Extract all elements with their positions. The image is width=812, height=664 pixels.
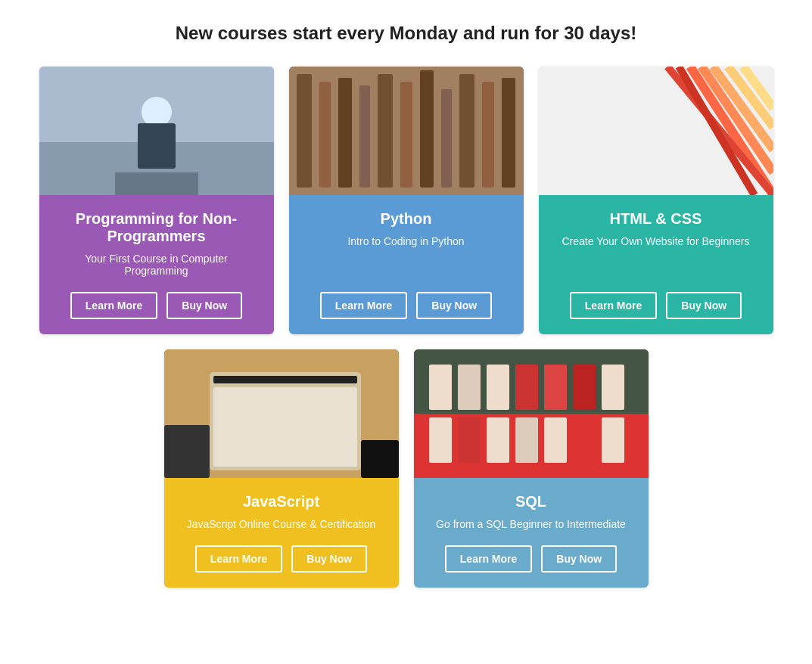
card-sql-body: SQL Go from a SQL Beginner to Intermedia…	[414, 478, 649, 588]
card-programming-buttons: Learn More Buy Now	[70, 292, 242, 319]
card-html-css-subtitle: Create Your Own Website for Beginners	[562, 235, 750, 277]
page-title: New courses start every Monday and run f…	[15, 23, 797, 44]
card-sql-subtitle: Go from a SQL Beginner to Intermediate	[436, 518, 626, 530]
card-programming: Programming for Non-Programmers Your Fir…	[39, 67, 274, 334]
card-python: Python Intro to Coding in Python Learn M…	[289, 67, 524, 334]
card-python-body: Python Intro to Coding in Python Learn M…	[289, 195, 524, 334]
card-programming-title: Programming for Non-Programmers	[54, 210, 259, 245]
card-html-css-buttons: Learn More Buy Now	[570, 292, 742, 319]
card-javascript-body: JavaScript JavaScript Online Course & Ce…	[164, 478, 399, 588]
card-python-image	[289, 67, 524, 195]
card-javascript-buy-now[interactable]: Buy Now	[291, 545, 367, 572]
top-cards-row: Programming for Non-Programmers Your Fir…	[15, 67, 797, 334]
card-html-css: HTML & CSS Create Your Own Website for B…	[539, 67, 773, 334]
card-sql-buttons: Learn More Buy Now	[445, 545, 617, 572]
card-programming-subtitle: Your First Course in Computer Programmin…	[54, 253, 259, 277]
card-programming-buy-now[interactable]: Buy Now	[166, 292, 242, 319]
card-python-subtitle: Intro to Coding in Python	[347, 235, 464, 277]
card-python-buttons: Learn More Buy Now	[320, 292, 492, 319]
card-programming-image	[39, 67, 274, 195]
card-sql-title: SQL	[515, 493, 546, 510]
card-programming-learn-more[interactable]: Learn More	[70, 292, 157, 319]
card-sql: SQL Go from a SQL Beginner to Intermedia…	[414, 349, 649, 588]
card-javascript-subtitle: JavaScript Online Course & Certification	[187, 518, 376, 530]
card-html-css-title: HTML & CSS	[610, 210, 702, 228]
card-sql-buy-now[interactable]: Buy Now	[541, 545, 617, 572]
card-python-buy-now[interactable]: Buy Now	[416, 292, 492, 319]
card-html-css-learn-more[interactable]: Learn More	[570, 292, 657, 319]
card-javascript: JavaScript JavaScript Online Course & Ce…	[164, 349, 399, 588]
card-python-learn-more[interactable]: Learn More	[320, 292, 407, 319]
card-javascript-title: JavaScript	[243, 493, 319, 510]
card-python-title: Python	[381, 210, 432, 228]
card-html-css-buy-now[interactable]: Buy Now	[666, 292, 742, 319]
card-javascript-buttons: Learn More Buy Now	[195, 545, 367, 572]
card-sql-learn-more[interactable]: Learn More	[445, 545, 532, 572]
card-programming-body: Programming for Non-Programmers Your Fir…	[39, 195, 274, 334]
card-sql-image	[414, 349, 649, 478]
card-html-css-image	[539, 67, 773, 195]
bottom-cards-row: JavaScript JavaScript Online Course & Ce…	[15, 349, 797, 588]
card-javascript-image	[164, 349, 399, 478]
card-html-css-body: HTML & CSS Create Your Own Website for B…	[539, 195, 773, 334]
card-javascript-learn-more[interactable]: Learn More	[195, 545, 282, 572]
